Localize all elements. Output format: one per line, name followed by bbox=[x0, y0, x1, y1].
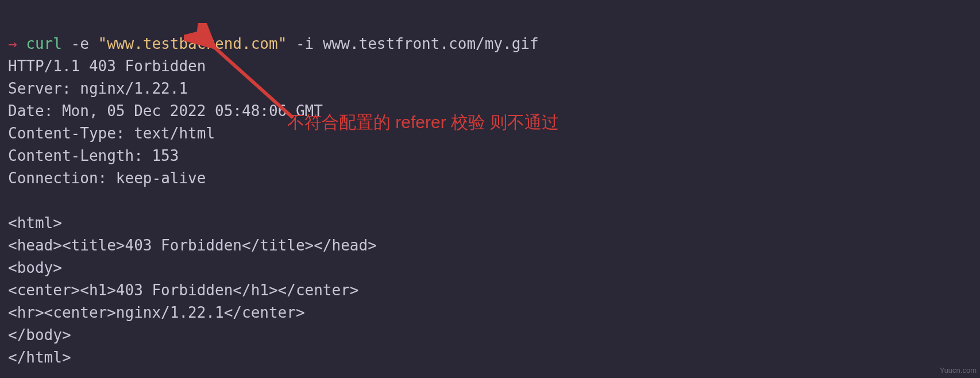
header-value: text/html bbox=[134, 125, 215, 142]
command-name: curl bbox=[26, 35, 62, 52]
header-value: nginx/1.22.1 bbox=[80, 80, 188, 97]
header-name: Connection bbox=[8, 169, 98, 187]
header-value: Mon, 05 Dec 2022 05:48:06 GMT bbox=[62, 102, 323, 119]
response-body-line: </body> bbox=[8, 326, 71, 344]
response-body-line: <head><title>403 Forbidden</title></head… bbox=[8, 237, 377, 254]
response-body-line: <center><h1>403 Forbidden</h1></center> bbox=[8, 281, 358, 299]
header-value: 153 bbox=[152, 147, 179, 164]
header-name: Server bbox=[8, 80, 62, 97]
annotation-text: 不符合配置的 referer 校验 则不通过 bbox=[287, 109, 559, 135]
terminal-output: → curl -e "www.testbackend.com" -i www.t… bbox=[0, 0, 980, 369]
http-status-line: HTTP/1.1 403 Forbidden bbox=[8, 57, 206, 75]
header-value: keep-alive bbox=[116, 169, 206, 187]
command-url: www.testfront.com/my.gif bbox=[323, 35, 539, 52]
response-body-line: <body> bbox=[8, 259, 62, 276]
command-flag-i: -i bbox=[296, 35, 314, 52]
command-referer-arg: "www.testbackend.com" bbox=[98, 35, 287, 52]
header-name: Content-Type bbox=[8, 125, 116, 142]
header-name: Date bbox=[8, 102, 44, 119]
prompt-arrow: → bbox=[8, 35, 17, 52]
header-name: Content-Length bbox=[8, 147, 134, 164]
watermark: Yuucn.com bbox=[940, 365, 977, 376]
command-flag-e: -e bbox=[71, 35, 89, 52]
response-body-line: <html> bbox=[8, 214, 62, 232]
response-body-line: </html> bbox=[8, 349, 71, 366]
response-body-line: <hr><center>nginx/1.22.1</center> bbox=[8, 304, 305, 321]
